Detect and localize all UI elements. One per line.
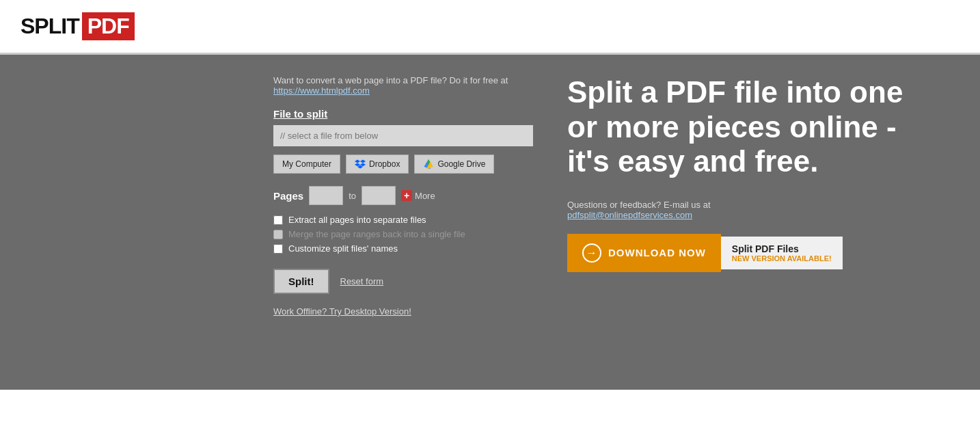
download-now-button[interactable]: → DOWNLOAD NOW (567, 234, 721, 272)
center-panel: Want to convert a web page into a PDF fi… (253, 55, 554, 390)
merge-ranges-label: Merge the page ranges back into a single… (288, 229, 465, 239)
download-info: Split PDF Files NEW VERSION AVAILABLE! (721, 237, 843, 269)
options-section: Extract all pages into separate files Me… (273, 215, 533, 254)
customize-names-checkbox[interactable] (273, 244, 283, 254)
option-row-2: Merge the page ranges back into a single… (273, 229, 533, 239)
split-button[interactable]: Split! (273, 269, 329, 294)
option-row-3: Customize split files' names (273, 243, 533, 254)
feedback-text: Questions or feedback? E-mail us at pdfs… (567, 200, 909, 220)
svg-marker-0 (355, 160, 360, 163)
extract-pages-label: Extract all pages into separate files (288, 215, 426, 225)
download-circle-icon: → (582, 243, 601, 263)
logo-split-text: SPLIT (21, 14, 79, 39)
download-box: → DOWNLOAD NOW Split PDF Files NEW VERSI… (567, 234, 909, 272)
extract-pages-checkbox[interactable] (273, 215, 283, 225)
source-buttons: My Computer Dropbox (273, 155, 533, 174)
file-label: File to split (273, 108, 533, 120)
download-info-title: Split PDF Files (732, 243, 832, 254)
reset-link[interactable]: Reset form (340, 276, 384, 286)
download-info-sub: NEW VERSION AVAILABLE! (732, 254, 832, 263)
left-strip (0, 55, 253, 390)
svg-marker-1 (360, 160, 366, 163)
my-computer-button[interactable]: My Computer (273, 155, 340, 174)
tagline: Split a PDF file into one or more pieces… (567, 75, 909, 179)
more-plus-icon: + (401, 190, 412, 201)
dropbox-button[interactable]: Dropbox (346, 155, 409, 174)
feedback-email-link[interactable]: pdfsplit@onlinepdfservices.com (567, 210, 692, 220)
customize-names-label: Customize split files' names (288, 243, 398, 254)
merge-ranges-checkbox[interactable] (273, 230, 283, 239)
pages-row: Pages to + More (273, 186, 533, 205)
more-link[interactable]: + More (401, 190, 435, 201)
google-drive-icon (423, 159, 434, 170)
file-input[interactable] (273, 125, 533, 146)
pages-to-input[interactable] (362, 186, 396, 205)
option-row-1: Extract all pages into separate files (273, 215, 533, 225)
htmlpdf-link[interactable]: https://www.htmlpdf.com (273, 85, 370, 96)
pages-to-label: to (349, 191, 356, 201)
offline-link[interactable]: Work Offline? Try Desktop Version! (273, 306, 411, 317)
pages-label: Pages (273, 190, 303, 202)
logo-pdf-text: PDF (82, 12, 135, 40)
dropbox-icon (355, 159, 366, 170)
header: SPLIT PDF (0, 0, 980, 55)
right-panel: Split a PDF file into one or more pieces… (554, 55, 936, 390)
google-drive-button[interactable]: Google Drive (414, 155, 494, 174)
action-row: Split! Reset form (273, 269, 533, 294)
promo-text: Want to convert a web page into a PDF fi… (273, 75, 533, 96)
main-content: Want to convert a web page into a PDF fi… (0, 55, 980, 390)
pages-from-input[interactable] (309, 186, 343, 205)
